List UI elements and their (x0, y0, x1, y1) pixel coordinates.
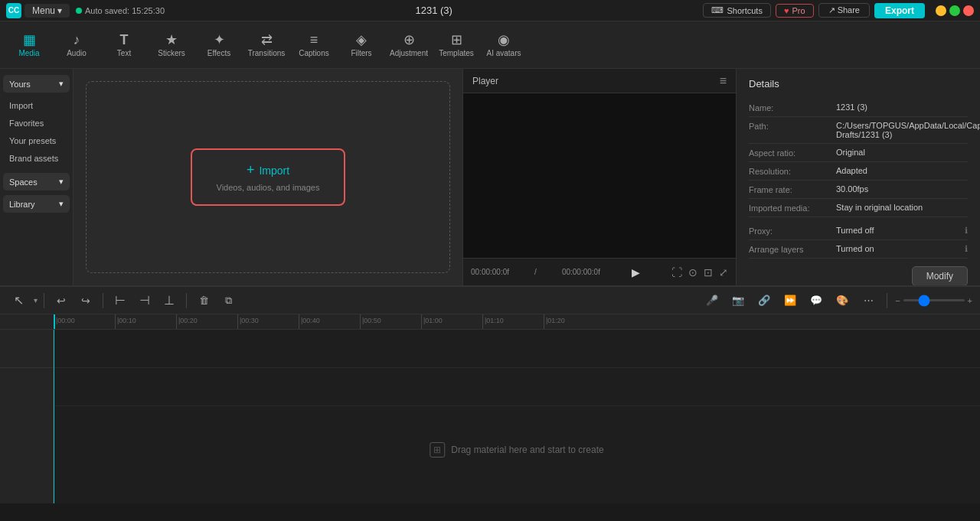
proxy-value: Turned off (836, 226, 962, 235)
captions-label: Captions (299, 49, 328, 57)
tool-text[interactable]: T Text (101, 24, 147, 66)
screenshot-button[interactable]: ⊙ (688, 266, 697, 278)
track-labels (0, 330, 54, 503)
zoom-slider[interactable] (903, 299, 965, 301)
captions-icon: ≡ (310, 33, 318, 47)
sidebar-spaces-dropdown[interactable]: Spaces ▾ (3, 173, 70, 190)
name-label: Name: (749, 103, 833, 112)
pro-button[interactable]: ♥ Pro (776, 4, 814, 18)
tool-media[interactable]: ▦ Media (6, 24, 52, 66)
chevron-down-spaces-icon: ▾ (59, 177, 64, 187)
select-tool-button[interactable]: ↖ (8, 290, 29, 311)
ruler-mark-2: |00:20 (176, 314, 237, 329)
import-box[interactable]: + Import Videos, audios, and images (191, 148, 346, 206)
auto-captions-button[interactable]: 💬 (805, 290, 827, 311)
play-button[interactable]: ▶ (632, 266, 640, 278)
timeline-right-tools: 🎤 📷 🔗 ⏩ 💬 🎨 ⋯ − + (701, 290, 972, 311)
chevron-down-icon: ▾ (59, 79, 64, 89)
crop-button[interactable]: ⊡ (704, 266, 713, 278)
proxy-info-icon[interactable]: ℹ (965, 226, 968, 236)
tracks-content[interactable]: ⊞ Drag material here and start to create (54, 330, 980, 503)
detail-imported-row: Imported media: Stay in original locatio… (749, 199, 968, 217)
split-begin-button[interactable]: ⊢ (109, 290, 131, 311)
window-controls (936, 5, 974, 16)
select-tool-dropdown[interactable]: ▾ (34, 296, 38, 304)
expand-button[interactable]: ⤢ (719, 266, 728, 278)
modify-label: Modify (926, 271, 953, 282)
ruler-mark-3: |00:30 (237, 314, 299, 329)
tool-filters[interactable]: ◈ Filters (338, 24, 384, 66)
sidebar-item-import[interactable]: Import (3, 97, 70, 114)
export-button[interactable]: Export (874, 3, 925, 18)
color-match-button[interactable]: 🎨 (831, 290, 853, 311)
sidebar-yours-dropdown[interactable]: Yours ▾ (3, 75, 70, 93)
tool-audio[interactable]: ♪ Audio (54, 24, 100, 66)
maximize-button[interactable] (949, 5, 960, 16)
aspect-label: Aspect ratio: (749, 148, 833, 158)
more-button[interactable]: ⋯ (858, 290, 879, 311)
tool-effects[interactable]: ✦ Effects (196, 24, 242, 66)
tool-captions[interactable]: ≡ Captions (291, 24, 337, 66)
toolbar-separator-4 (887, 293, 887, 308)
ai-avatars-icon: ◉ (498, 33, 510, 47)
tool-adjustment[interactable]: ⊕ Adjustment (386, 24, 432, 66)
arrange-info-icon[interactable]: ℹ (965, 244, 968, 254)
sidebar-item-favorites[interactable]: Favorites (3, 115, 70, 132)
effects-label: Effects (207, 49, 230, 57)
redo-button[interactable]: ↪ (75, 290, 96, 311)
autosave-dot-icon (76, 8, 82, 14)
path-value: C:/Users/TOPGUS/AppData/Local/CapCut Dra… (836, 121, 980, 139)
tool-templates[interactable]: ⊞ Templates (433, 24, 479, 66)
sidebar-item-brand-assets[interactable]: Brand assets (3, 150, 70, 167)
zoom-out-icon: − (895, 296, 900, 305)
delete-button[interactable]: 🗑 (193, 290, 214, 311)
link-clips-button[interactable]: 🔗 (753, 290, 775, 311)
shortcuts-button[interactable]: ⌨ Shortcuts (703, 3, 770, 18)
filters-label: Filters (351, 49, 371, 57)
fullscreen-button[interactable]: ⛶ (671, 266, 682, 278)
menu-arrow-icon: ▾ (57, 5, 62, 16)
timeline: ↖ ▾ ↩ ↪ ⊢ ⊣ ⊥ 🗑 ⧉ 🎤 📷 🔗 ⏩ 💬 🎨 ⋯ − + (0, 285, 980, 503)
ruler-mark-6: |01:00 (421, 314, 482, 329)
sidebar-item-your-presets[interactable]: Your presets (3, 132, 70, 149)
camera-import-button[interactable]: 📷 (727, 290, 749, 311)
undo-button[interactable]: ↩ (51, 290, 72, 311)
sidebar-library-dropdown[interactable]: Library ▾ (3, 195, 70, 213)
duplicate-button[interactable]: ⧉ (217, 290, 239, 311)
arrange-value: Turned on (836, 244, 962, 253)
player-controls: 00:00:00:0f / 00:00:00:0f ▶ ⛶ ⊙ ⊡ ⤢ (463, 258, 736, 285)
detail-aspect-row: Aspect ratio: Original (749, 144, 968, 162)
minimize-button[interactable] (936, 5, 946, 16)
track-row-secondary (54, 368, 980, 406)
plus-icon: + (247, 162, 255, 178)
mic-button[interactable]: 🎤 (701, 290, 723, 311)
tool-transitions[interactable]: ⇄ Transitions (243, 24, 289, 66)
capcut-logo: CC (6, 3, 21, 18)
share-button[interactable]: ↗ Share (818, 3, 870, 18)
split-end-button[interactable]: ⊣ (134, 290, 155, 311)
split-mid-button[interactable]: ⊥ (158, 290, 180, 311)
speed-button[interactable]: ⏩ (779, 290, 801, 311)
tool-ai-avatars[interactable]: ◉ AI avatars (481, 24, 527, 66)
drop-text: Drag material here and start to create (451, 444, 603, 455)
resolution-label: Resolution: (749, 166, 833, 176)
pro-label: Pro (792, 6, 805, 15)
import-button-label: + Import (247, 162, 289, 178)
sidebar-presets-label: Your presets (9, 136, 56, 145)
sidebar-section: Import Favorites Your presets Brand asse… (3, 97, 70, 167)
imported-value: Stay in original location (836, 203, 968, 212)
sidebar-yours-label: Yours (9, 80, 31, 89)
menu-button[interactable]: Menu ▾ (24, 4, 70, 18)
tool-stickers[interactable]: ★ Stickers (149, 24, 194, 66)
track-row-main (54, 330, 980, 368)
ruler-marks: |00:00 |00:10 |00:20 |00:30 |00:40 |00:5… (54, 314, 980, 329)
text-icon: T (120, 33, 129, 47)
player-header: Player ≡ (463, 69, 736, 93)
modify-button[interactable]: Modify (912, 266, 968, 285)
close-button[interactable] (963, 5, 974, 16)
filters-icon: ◈ (356, 33, 367, 47)
player-menu-icon[interactable]: ≡ (720, 74, 727, 88)
ruler-mark-4: |00:40 (299, 314, 360, 329)
adjustment-icon: ⊕ (403, 33, 415, 47)
project-title: 1231 (3) (171, 5, 697, 16)
